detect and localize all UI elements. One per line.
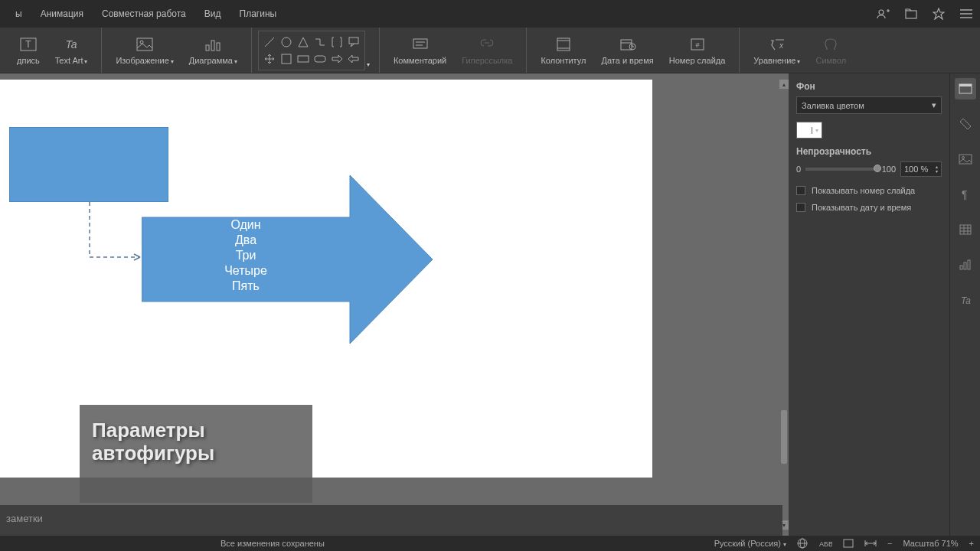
menu-item-0[interactable]: ы	[6, 2, 31, 25]
svg-text:Ta: Ta	[66, 38, 77, 51]
shape-circle-icon[interactable]	[279, 34, 294, 50]
menu-item-view[interactable]: Вид	[195, 2, 230, 25]
svg-rect-3	[906, 11, 916, 18]
right-panel: Фон Заливка цветом▾ ▾ Непрозрачность 0 1…	[789, 73, 949, 536]
folder-icon[interactable]	[903, 6, 919, 21]
hyperlink-button: Гиперссылка	[454, 33, 520, 68]
shapes-palette[interactable]	[258, 31, 365, 70]
equation-button[interactable]: x Уравнение▾	[746, 33, 808, 68]
fit-width-icon[interactable]	[864, 540, 877, 547]
zoom-out-button[interactable]: −	[887, 539, 892, 548]
globe-icon[interactable]	[797, 538, 808, 549]
chart-icon	[204, 36, 221, 53]
tab-table-settings[interactable]	[955, 219, 976, 240]
svg-point-0	[879, 10, 884, 15]
shape-move-icon[interactable]	[262, 51, 277, 67]
chevron-down-icon: ▾	[932, 100, 936, 110]
comment-icon	[412, 36, 429, 53]
tab-slide-settings[interactable]	[955, 78, 976, 99]
menubar-left: ы Анимация Совместная работа Вид Плагины	[6, 2, 286, 25]
shape-square-icon[interactable]	[279, 51, 294, 67]
textart-icon: Ta	[63, 36, 80, 53]
symbol-label: Символ	[815, 56, 846, 65]
svg-rect-13	[211, 41, 214, 51]
svg-point-11	[140, 41, 143, 44]
spellcheck-icon[interactable]: АБВ	[818, 539, 832, 548]
bg-label: Фон	[796, 81, 942, 92]
svg-rect-12	[206, 45, 209, 51]
shapes-more-icon[interactable]: ▾	[365, 61, 373, 73]
toolbar: T дпись Ta Text Art▾ Изображение▾ Диагра…	[0, 28, 980, 73]
scroll-up-icon[interactable]: ▴	[779, 80, 789, 89]
menu-item-collab[interactable]: Совместная работа	[93, 2, 195, 25]
dashed-connector[interactable]	[88, 202, 149, 263]
svg-rect-47	[968, 260, 970, 269]
notes-area[interactable]: заметки	[0, 505, 782, 536]
chart-button[interactable]: Диаграмма▾	[181, 33, 245, 68]
svg-text:Ta: Ta	[961, 295, 971, 305]
opacity-input[interactable]: 100 % ▴▾	[900, 161, 942, 177]
hyperlink-icon	[479, 36, 495, 53]
fill-type-select[interactable]: Заливка цветом▾	[796, 96, 942, 114]
shape-roundrect-icon[interactable]	[312, 51, 328, 67]
fit-slide-icon[interactable]	[843, 539, 854, 548]
zoom-in-button[interactable]: +	[969, 539, 974, 548]
svg-rect-17	[349, 37, 358, 44]
svg-text:#: #	[695, 41, 699, 49]
image-icon	[136, 36, 153, 53]
svg-rect-45	[960, 266, 962, 269]
canvas-area[interactable]: Один Два Три Четыре Пять Параметры автоф…	[0, 73, 789, 536]
zoom-label[interactable]: Масштаб 71%	[903, 539, 958, 548]
tab-paragraph-settings[interactable]: ¶	[955, 184, 976, 205]
textart-label: Text Art▾	[55, 56, 88, 65]
slidenum-button[interactable]: # Номер слайда	[662, 33, 733, 68]
shape-arrow-right-icon[interactable]	[329, 51, 345, 67]
shape-arrow-left-icon[interactable]	[346, 51, 361, 67]
color-picker[interactable]: ▾	[796, 122, 822, 139]
shape-callout-icon[interactable]	[346, 34, 361, 50]
svg-rect-20	[315, 56, 325, 62]
svg-line-15	[265, 37, 274, 47]
language-selector[interactable]: Русский (Россия) ▾	[714, 539, 786, 548]
opacity-slider[interactable]	[805, 168, 877, 171]
menubar: ы Анимация Совместная работа Вид Плагины	[0, 0, 980, 28]
star-icon[interactable]	[931, 6, 946, 21]
textbox-button[interactable]: T дпись	[9, 33, 47, 68]
shape-line-icon[interactable]	[262, 34, 277, 50]
share-icon[interactable]	[876, 6, 891, 21]
tab-chart-settings[interactable]	[955, 254, 976, 276]
show-slidenum-checkbox[interactable]: Показывать номер слайда	[796, 186, 942, 195]
slide-canvas[interactable]: Один Два Три Четыре Пять Параметры автоф…	[0, 80, 652, 478]
svg-point-16	[282, 37, 291, 47]
shape-bracket-icon[interactable]	[329, 34, 345, 50]
tab-textart-settings[interactable]: Ta	[955, 289, 976, 311]
shape-connector-icon[interactable]	[312, 34, 328, 50]
hamburger-icon[interactable]	[959, 6, 974, 21]
shape-rect-icon[interactable]	[296, 51, 311, 67]
show-datetime-checkbox[interactable]: Показывать дату и время	[796, 203, 942, 212]
image-button[interactable]: Изображение▾	[108, 33, 181, 68]
slider-min: 0	[796, 165, 801, 174]
menu-item-animation[interactable]: Анимация	[31, 2, 93, 25]
vertical-scrollbar[interactable]: ▴ ▾	[779, 80, 789, 530]
save-status: Все изменения сохранены	[220, 539, 325, 548]
textart-button[interactable]: Ta Text Art▾	[47, 33, 96, 68]
main-area: Один Два Три Четыре Пять Параметры автоф…	[0, 73, 980, 536]
comment-button[interactable]: Комментарий	[386, 33, 454, 68]
datetime-label: Дата и время	[601, 56, 653, 65]
headerfooter-label: Колонтитул	[541, 56, 586, 65]
tab-shape-settings[interactable]	[955, 113, 976, 135]
menu-item-plugins[interactable]: Плагины	[230, 2, 286, 25]
datetime-button[interactable]: Дата и время	[593, 33, 661, 68]
tab-image-settings[interactable]	[955, 148, 976, 170]
statusbar: Все изменения сохранены Русский (Россия)…	[0, 536, 980, 551]
image-label: Изображение▾	[116, 56, 173, 65]
headerfooter-button[interactable]: Колонтитул	[533, 33, 593, 68]
opacity-label: Непрозрачность	[796, 146, 942, 157]
arrow-shape[interactable]: Один Два Три Четыре Пять	[142, 175, 433, 344]
svg-text:x: x	[779, 41, 784, 50]
svg-rect-46	[964, 262, 966, 269]
shape-triangle-icon[interactable]	[296, 34, 311, 50]
textbox-label: дпись	[17, 56, 40, 65]
scroll-thumb[interactable]	[781, 410, 787, 464]
